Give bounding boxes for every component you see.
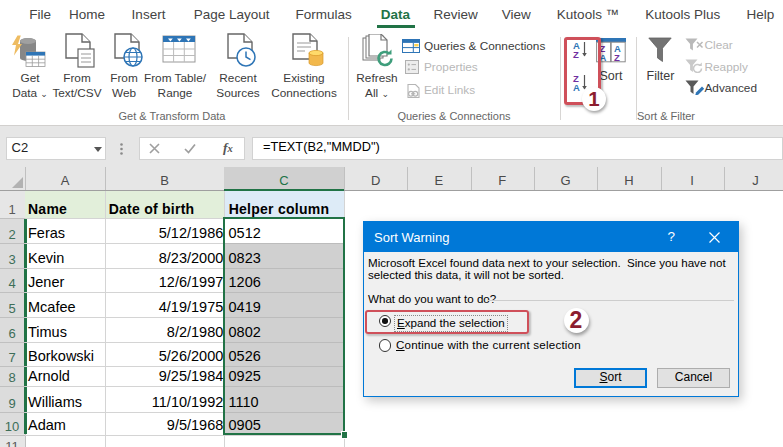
svg-text:Z: Z [614,52,620,63]
